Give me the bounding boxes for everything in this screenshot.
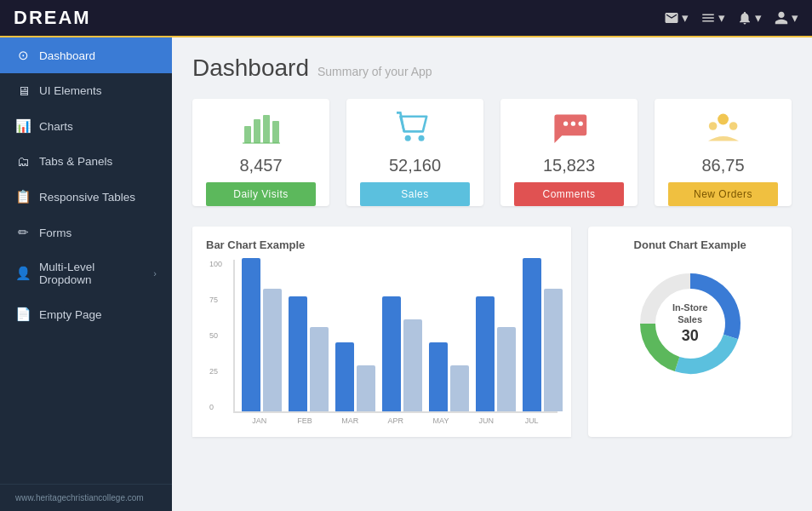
stat-btn-new-orders[interactable]: New Orders [668,182,778,206]
bar-secondary [450,365,469,411]
topnav-icons: ▾ ▾ ▾ ▾ [664,10,798,26]
bar-secondary [263,289,282,411]
bar-primary [335,342,354,411]
page-header: Dashboard Summary of your App [192,55,792,82]
sidebar-item-charts[interactable]: 📊 Charts [0,108,172,144]
new-orders-icon [705,111,742,152]
bar-group [476,296,516,411]
bar-chart: 1007550250 [233,260,558,413]
svg-point-12 [729,122,737,130]
bar-group [242,258,282,411]
sidebar-item-ui-elements[interactable]: 🖥 UI Elements [0,73,172,108]
page-title: Dashboard [192,55,309,82]
bar-group [382,296,422,411]
stat-value-sales: 52,160 [389,156,441,175]
top-navbar: DREAM ▾ ▾ ▾ ▾ [0,0,812,37]
empty-page-icon: 📄 [15,307,31,322]
dashboard-icon: ⊙ [15,48,31,63]
y-label: 100 [209,260,222,268]
bar-x-label: JUL [512,416,551,425]
sidebar-item-dashboard[interactable]: ⊙ Dashboard [0,37,172,73]
stat-card-sales: 52,160 Sales [346,99,483,206]
bar-primary [523,258,541,411]
bar-x-label: MAY [421,416,460,425]
chevron-right-icon: › [153,268,157,278]
bar-chart-section: Bar Chart Example 1007550250 JANFEBMARAP… [192,227,571,437]
bar-secondary [310,327,329,411]
mail-icon[interactable]: ▾ [664,10,689,26]
stat-btn-sales[interactable]: Sales [360,182,470,206]
bar-primary [289,296,307,411]
bar-group [289,296,329,411]
bar-primary [242,258,260,411]
donut-chart-section: Donut Chart Example In-Store Sales 30 [588,227,792,437]
svg-rect-3 [272,121,279,143]
sidebar-item-tabs-panels[interactable]: 🗂 Tabs & Panels [0,144,172,179]
bar-x-label: JUN [467,416,506,425]
y-label: 0 [209,403,222,411]
main-content: Dashboard Summary of your App 8,457 Dail… [172,37,812,511]
page-subtitle: Summary of your App [317,65,432,78]
tabs-icon: 🗂 [15,154,31,169]
bar-primary [429,342,448,411]
bar-secondary [497,327,516,411]
stat-btn-daily-visits[interactable]: Daily Visits [206,182,316,206]
y-label: 25 [209,367,222,376]
tables-icon: 📋 [15,189,31,204]
ui-elements-icon: 🖥 [15,83,31,98]
bar-x-label: MAR [331,416,369,425]
bar-x-label: APR [376,416,415,425]
sidebar-footer: www.heritagechristiancollege.com [0,484,172,511]
stat-value-daily-visits: 8,457 [239,156,282,175]
menu-icon[interactable]: ▾ [700,10,725,26]
sidebar: ⊙ Dashboard 🖥 UI Elements 📊 Charts 🗂 Tab… [0,37,172,511]
y-label: 50 [209,331,222,340]
y-axis-labels: 1007550250 [209,260,222,411]
sidebar-item-multi-level[interactable]: 👤 Multi-Level Dropdown › [0,250,172,296]
bar-x-label: FEB [285,416,323,425]
bar-primary [382,296,401,411]
svg-point-5 [404,135,410,141]
comments-icon [551,111,588,152]
bell-icon[interactable]: ▾ [737,10,762,26]
sidebar-item-responsive-tables[interactable]: 📋 Responsive Tables [0,179,172,215]
svg-rect-0 [244,126,251,143]
sidebar-item-empty-page[interactable]: 📄 Empty Page [0,296,172,332]
donut-center-value: 30 [662,326,718,346]
svg-rect-2 [263,115,270,143]
charts-icon: 📊 [15,118,31,134]
bar-secondary [357,365,375,411]
stat-card-comments: 15,823 Comments [500,99,638,206]
bar-primary [476,296,495,411]
donut-center-label: In-Store Sales 30 [662,301,718,346]
svg-point-7 [563,122,567,126]
stat-card-new-orders: 86,75 New Orders [655,99,792,206]
forms-icon: ✏ [15,225,31,240]
svg-rect-4 [243,142,280,144]
daily-visits-icon [243,111,280,152]
stat-cards-row: 8,457 Daily Visits 52,160 Sales [192,99,792,206]
sidebar-item-forms[interactable]: ✏ Forms [0,215,172,250]
donut-chart: In-Store Sales 30 [635,268,746,379]
sales-icon [397,111,434,152]
y-label: 75 [209,296,222,304]
charts-row: Bar Chart Example 1007550250 JANFEBMARAP… [192,227,792,437]
stat-card-daily-visits: 8,457 Daily Visits [192,99,329,206]
app-logo: DREAM [14,7,91,29]
user-icon[interactable]: ▾ [774,10,798,26]
bar-group [429,342,469,411]
bar-secondary [544,289,563,411]
stat-value-comments: 15,823 [543,156,595,175]
bar-chart-title: Bar Chart Example [206,238,558,251]
multi-level-icon: 👤 [15,266,31,281]
donut-chart-title: Donut Chart Example [634,238,746,251]
svg-point-8 [570,122,575,126]
bar-group [523,258,563,411]
svg-rect-1 [254,119,260,143]
stat-btn-comments[interactable]: Comments [514,182,624,206]
svg-point-6 [418,135,424,141]
bar-secondary [403,319,422,411]
main-layout: ⊙ Dashboard 🖥 UI Elements 📊 Charts 🗂 Tab… [0,37,812,511]
bar-x-label: JAN [240,416,278,425]
svg-point-10 [718,114,729,125]
